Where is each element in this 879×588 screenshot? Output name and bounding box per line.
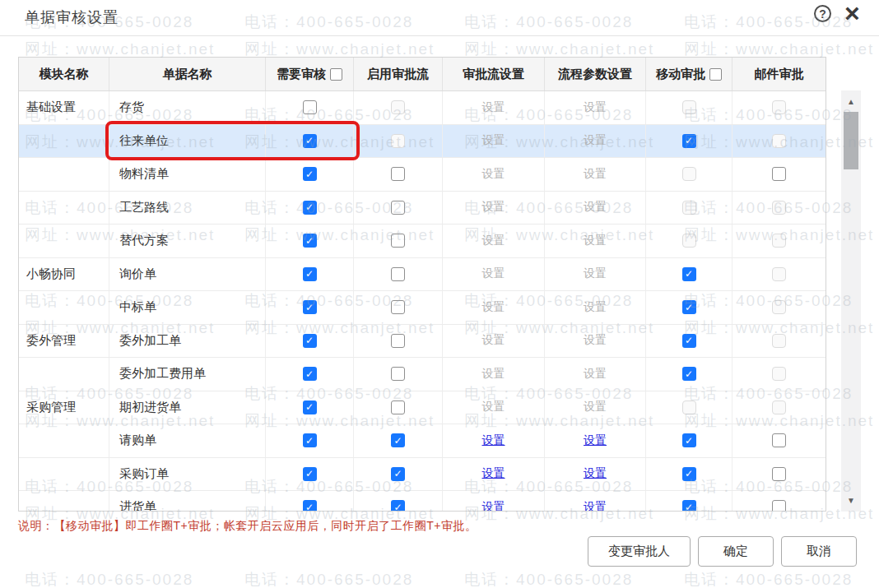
email-audit-cell bbox=[732, 258, 826, 291]
param-settings-cell: 设置 bbox=[545, 125, 646, 158]
email-audit-checkbox[interactable] bbox=[772, 167, 786, 181]
need-audit-cell: ✓ bbox=[266, 158, 354, 191]
table-row[interactable]: 委外管理委外加工单✓设置设置✓ bbox=[19, 325, 826, 359]
enable-flow-checkbox[interactable] bbox=[391, 167, 405, 181]
enable-flow-cell bbox=[354, 91, 443, 124]
need-audit-checkbox[interactable]: ✓ bbox=[303, 433, 317, 447]
column-header-label: 需要审核 bbox=[277, 67, 326, 82]
close-icon[interactable]: × bbox=[844, 0, 860, 29]
mobile-audit-cell: ✓ bbox=[646, 424, 732, 457]
help-icon[interactable]: ? bbox=[814, 5, 831, 22]
param-settings-link[interactable]: 设置 bbox=[584, 500, 607, 512]
mobile-audit-cell bbox=[646, 391, 732, 424]
mobile-audit-checkbox[interactable]: ✓ bbox=[682, 433, 696, 447]
enable-flow-disabled-checkbox bbox=[391, 134, 405, 148]
need-audit-cell: ✓ bbox=[266, 125, 354, 158]
flow-settings-link[interactable]: 设置 bbox=[482, 433, 505, 448]
table-row[interactable]: 往来单位✓设置设置✓ bbox=[19, 125, 826, 159]
table-row[interactable]: 物料清单✓设置设置 bbox=[19, 158, 826, 192]
mobile-audit-checkbox[interactable]: ✓ bbox=[682, 467, 696, 481]
enable-flow-cell bbox=[354, 291, 443, 324]
module-cell bbox=[19, 424, 109, 457]
need-audit-checkbox[interactable]: ✓ bbox=[303, 134, 317, 148]
table-row[interactable]: 进货单✓✓设置设置✓ bbox=[19, 491, 826, 512]
param-settings-cell: 设置 bbox=[545, 91, 646, 124]
need-audit-cell: ✓ bbox=[266, 291, 354, 324]
module-cell: 采购管理 bbox=[19, 391, 109, 424]
doc-name-cell: 请购单 bbox=[109, 424, 266, 457]
scroll-down-arrow-icon[interactable]: ▼ bbox=[841, 495, 861, 507]
vertical-scrollbar[interactable]: ▲ ▼ bbox=[841, 90, 861, 512]
change-approver-button[interactable]: 变更审批人 bbox=[588, 536, 691, 567]
enable-flow-checkbox[interactable] bbox=[391, 267, 405, 281]
enable-flow-checkbox[interactable]: ✓ bbox=[391, 433, 405, 447]
need-audit-checkbox[interactable] bbox=[303, 100, 317, 114]
need-audit-checkbox[interactable]: ✓ bbox=[303, 267, 317, 281]
flow-settings-disabled: 设置 bbox=[482, 300, 505, 315]
flow-settings-link[interactable]: 设置 bbox=[482, 466, 505, 481]
doc-name-cell: 物料清单 bbox=[109, 158, 266, 191]
email-audit-cell bbox=[732, 325, 826, 358]
enable-flow-checkbox[interactable] bbox=[391, 334, 405, 348]
mobile-audit-disabled-checkbox bbox=[682, 100, 696, 114]
param-settings-link[interactable]: 设置 bbox=[584, 433, 607, 448]
doc-name-cell: 期初进货单 bbox=[109, 391, 266, 424]
enable-flow-checkbox[interactable] bbox=[391, 201, 405, 215]
note-text: 说明：【移动审批】即工作圈T+审批；帐套开启云应用后，同时开启了工作圈T+审批。 bbox=[18, 519, 477, 534]
need-audit-checkbox[interactable]: ✓ bbox=[303, 201, 317, 215]
table-row[interactable]: 采购管理期初进货单✓设置设置 bbox=[19, 391, 826, 425]
enable-flow-checkbox[interactable] bbox=[391, 234, 405, 248]
param-settings-cell: 设置 bbox=[545, 325, 646, 358]
mobile-audit-checkbox[interactable]: ✓ bbox=[682, 300, 696, 314]
email-audit-checkbox[interactable] bbox=[772, 467, 786, 481]
need-audit-checkbox[interactable]: ✓ bbox=[303, 400, 317, 414]
table-row[interactable]: 小畅协同询价单✓设置设置✓ bbox=[19, 258, 826, 292]
doc-name-cell: 替代方案 bbox=[109, 225, 266, 257]
flow-settings-disabled: 设置 bbox=[482, 133, 505, 148]
table-row[interactable]: 中标单✓设置设置✓ bbox=[19, 291, 826, 325]
table-row[interactable]: 请购单✓✓设置设置✓ bbox=[19, 424, 826, 458]
table-row[interactable]: 工艺路线✓设置设置 bbox=[19, 192, 826, 225]
mobile-audit-checkbox[interactable]: ✓ bbox=[682, 134, 696, 148]
email-audit-cell bbox=[732, 391, 826, 424]
enable-flow-checkbox[interactable]: ✓ bbox=[391, 500, 405, 512]
need-audit-checkbox[interactable]: ✓ bbox=[303, 300, 317, 314]
flow-settings-link[interactable]: 设置 bbox=[482, 500, 505, 512]
enable-flow-checkbox[interactable] bbox=[391, 400, 405, 414]
enable-flow-disabled-checkbox bbox=[391, 100, 405, 114]
header-select-all-checkbox[interactable] bbox=[330, 68, 342, 81]
need-audit-checkbox[interactable]: ✓ bbox=[303, 367, 317, 381]
table-row[interactable]: 替代方案✓设置设置 bbox=[19, 225, 826, 258]
email-audit-checkbox[interactable] bbox=[772, 500, 786, 512]
need-audit-checkbox[interactable]: ✓ bbox=[303, 467, 317, 481]
param-settings-link[interactable]: 设置 bbox=[584, 466, 607, 481]
scroll-up-arrow-icon[interactable]: ▲ bbox=[841, 96, 861, 108]
mobile-audit-checkbox[interactable]: ✓ bbox=[682, 267, 696, 281]
flow-settings-disabled: 设置 bbox=[482, 200, 505, 215]
need-audit-checkbox[interactable]: ✓ bbox=[303, 334, 317, 348]
table-row[interactable]: 基础设置存货设置设置 bbox=[19, 91, 826, 125]
module-cell bbox=[19, 491, 109, 512]
enable-flow-checkbox[interactable] bbox=[391, 367, 405, 381]
cancel-button[interactable]: 取消 bbox=[781, 536, 857, 567]
enable-flow-checkbox[interactable]: ✓ bbox=[391, 467, 405, 481]
mobile-audit-checkbox[interactable]: ✓ bbox=[682, 500, 696, 512]
watermark-phone-text: 电话：400-665-0028 bbox=[244, 12, 413, 33]
mobile-audit-checkbox[interactable]: ✓ bbox=[682, 367, 696, 381]
need-audit-checkbox[interactable]: ✓ bbox=[303, 234, 317, 248]
flow-settings-cell: 设置 bbox=[443, 258, 545, 291]
mobile-audit-disabled-checkbox bbox=[682, 167, 696, 181]
confirm-button[interactable]: 确定 bbox=[698, 536, 774, 567]
need-audit-checkbox[interactable]: ✓ bbox=[303, 167, 317, 181]
table-row[interactable]: 委外加工费用单✓设置设置✓ bbox=[19, 358, 826, 391]
mobile-audit-checkbox[interactable]: ✓ bbox=[682, 334, 696, 348]
table-row[interactable]: 采购订单✓✓设置设置✓ bbox=[19, 458, 826, 492]
watermark-phone-text: 电话：400-665-0028 bbox=[464, 569, 633, 588]
enable-flow-checkbox[interactable] bbox=[391, 300, 405, 314]
param-settings-disabled: 设置 bbox=[584, 300, 607, 315]
need-audit-checkbox[interactable]: ✓ bbox=[303, 500, 317, 512]
scrollbar-thumb[interactable] bbox=[844, 112, 858, 169]
header-select-all-checkbox[interactable] bbox=[709, 68, 722, 81]
column-header-1: 单据名称 bbox=[109, 58, 266, 90]
email-audit-checkbox[interactable] bbox=[772, 433, 786, 447]
